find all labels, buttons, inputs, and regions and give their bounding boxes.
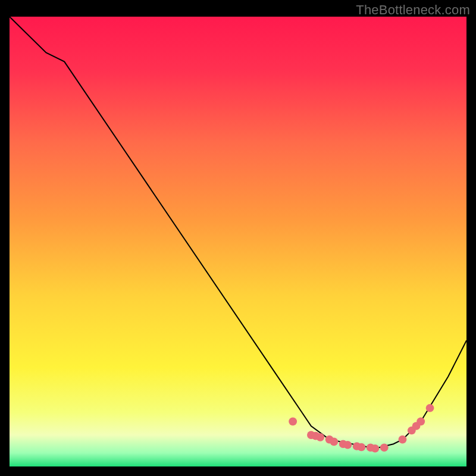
- plot-area: [10, 17, 466, 466]
- chart-outer-frame: TheBottleneck.com: [0, 0, 476, 476]
- data-point: [416, 418, 425, 426]
- data-point: [380, 443, 389, 452]
- data-point: [426, 404, 434, 412]
- gradient-background: [10, 17, 466, 466]
- data-point: [289, 418, 297, 426]
- data-point: [316, 433, 324, 441]
- data-point: [399, 436, 407, 444]
- watermark-label: TheBottleneck.com: [356, 2, 470, 18]
- data-point: [343, 441, 352, 449]
- data-point: [357, 443, 365, 452]
- data-point: [330, 438, 338, 446]
- chart-svg: [10, 17, 466, 466]
- data-point: [371, 444, 379, 453]
